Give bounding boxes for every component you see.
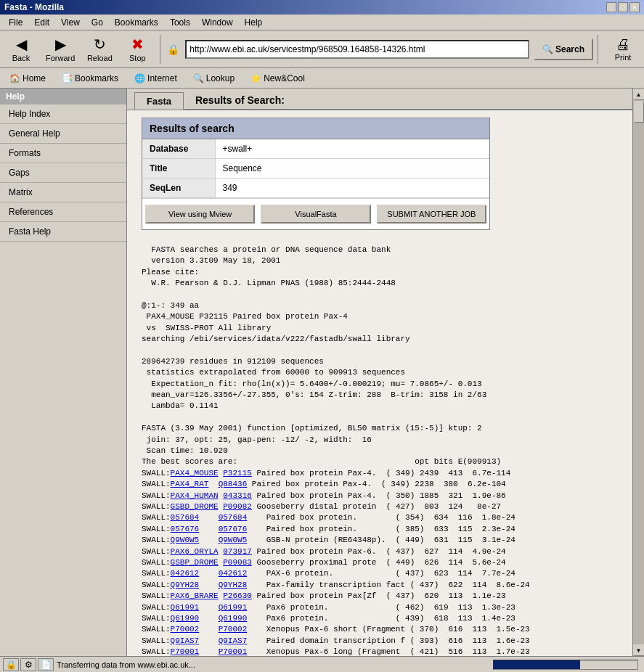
result-link-pax4human-id[interactable]: PAX4_HUMAN [171,491,219,500]
lock-icon: 🔒 [167,44,179,55]
toolbar-separator2 [598,35,600,64]
status-icon-3: 📄 [38,658,54,671]
sidebar-item-formats[interactable]: Formats [0,144,126,163]
result-link-q9ias7b[interactable]: Q9IAS7 [219,636,248,645]
visual-fasta-button[interactable]: VisualFasta [261,205,370,224]
back-button[interactable]: ◀ Back [3,33,39,66]
nav-lookup[interactable]: 🔍 Lookup [187,71,241,86]
result-link-057684a-id[interactable]: 057684 [171,513,200,522]
result-link-p09082[interactable]: P09082 [223,502,252,511]
menu-file[interactable]: File [3,16,28,29]
result-link-p70001a-id[interactable]: P70001 [171,647,200,656]
result-link-q88436[interactable]: Q88436 [219,480,248,488]
result-link-q61990b[interactable]: Q61990 [219,614,248,623]
progress-fill [494,660,580,669]
submit-another-job-button[interactable]: SUBMIT ANOTHER JOB [377,205,486,224]
close-button[interactable]: × [629,2,640,12]
nav-newcool[interactable]: ⭐ New&Cool [244,71,311,86]
result-link-p70002a-id[interactable]: P70002 [171,625,200,634]
result-link-q61990a-id[interactable]: Q61990 [171,614,200,623]
result-link-q9yh28a-id[interactable]: Q9YH28 [171,581,200,589]
minimize-button[interactable]: _ [606,2,616,12]
text-output: FASTA searches a protein or DNA sequence… [127,237,632,656]
nav-bookmarks[interactable]: 📑 Bookmarks [55,71,125,86]
nav-internet[interactable]: 🌐 Internet [128,71,184,86]
result-link-p32115[interactable]: P32115 [223,469,252,478]
back-icon: ◀ [16,36,27,53]
forward-icon: ▶ [55,36,66,53]
results-title: Results of search [142,118,489,139]
address-bar[interactable] [185,40,529,59]
result-link-pax4mouse-id[interactable]: PAX4_MOUSE [171,469,219,478]
maximize-button[interactable]: □ [618,2,628,12]
sidebar-item-gaps[interactable]: Gaps [0,163,126,183]
content-area: Fasta Results of Search: Results of sear… [127,89,632,656]
result-link-p26630[interactable]: P26630 [223,591,252,600]
result-link-057684b[interactable]: 057684 [219,513,248,522]
result-link-p09083[interactable]: P09083 [223,558,252,567]
scroll-down-button[interactable]: ▼ [633,644,645,656]
result-link-057676a-id[interactable]: 057676 [171,525,200,533]
menu-bookmarks[interactable]: Bookmarks [109,16,164,29]
result-link-057676b[interactable]: 057676 [219,525,248,533]
bookmarks-icon: 📑 [62,73,73,83]
result-link-pax6oryla-id[interactable]: PAX6_ORYLA [171,547,219,556]
result-link-043316[interactable]: 043316 [223,491,252,500]
forward-button[interactable]: ▶ Forward [41,33,80,66]
result-link-q9yh28b[interactable]: Q9YH28 [219,581,248,589]
result-link-q61991b[interactable]: Q61991 [219,603,248,612]
scrollbar-vertical[interactable]: ▲ ▼ [632,89,644,656]
result-link-042612b[interactable]: 042612 [219,569,248,578]
sidebar-item-help-index[interactable]: Help Index [0,105,126,124]
sidebar-item-matrix[interactable]: Matrix [0,183,126,202]
home-icon: 🏠 [9,73,20,83]
results-container: Results of search Database +swall+ Title… [127,110,632,237]
result-link-q9w0w5b[interactable]: Q9W0W5 [219,536,248,544]
address-input[interactable] [189,44,525,54]
seqlen-value: 349 [215,179,489,198]
result-link-073917[interactable]: 073917 [223,547,252,556]
menu-go[interactable]: Go [86,16,109,29]
action-buttons: View using Mview VisualFasta SUBMIT ANOT… [142,198,489,229]
nav-home[interactable]: 🏠 Home [3,71,52,86]
results-box: Results of search Database +swall+ Title… [142,118,490,230]
stop-button[interactable]: ✖ Stop [119,33,155,66]
title-value: Sequence [215,159,489,179]
result-link-pax4rat-id[interactable]: PAX4_RAT [171,480,209,488]
menu-edit[interactable]: Edit [28,16,55,29]
result-link-q61991a-id[interactable]: Q61991 [171,603,200,612]
result-link-gsbp-id[interactable]: GSBP_DROME [171,558,219,567]
lookup-icon: 🔍 [193,73,204,83]
menu-help[interactable]: Help [239,16,269,29]
newcool-icon: ⭐ [250,73,261,83]
fasta-tab[interactable]: Fasta [134,92,184,110]
result-link-pax6brare-id[interactable]: PAX6_BRARE [171,591,219,600]
menu-view[interactable]: View [55,16,86,29]
result-link-p70002b[interactable]: P70002 [219,625,248,634]
menu-tools[interactable]: Tools [164,16,196,29]
result-link-gsbd-id[interactable]: GSBD_DROME [171,502,219,511]
stop-icon: ✖ [131,36,144,53]
reload-icon: ↻ [94,36,106,53]
reload-button[interactable]: ↻ Reload [81,33,118,66]
toolbar-separator [160,35,163,64]
result-link-q9w0w5a-id[interactable]: Q9W0W5 [171,536,200,544]
status-text: Transferring data from www.ebi.ac.uk... [54,660,493,669]
scroll-up-button[interactable]: ▲ [633,89,645,100]
print-button[interactable]: 🖨 Print [605,33,641,66]
scroll-thumb[interactable] [634,101,644,123]
sidebar-item-references[interactable]: References [0,202,126,222]
sidebar-item-fasta-help[interactable]: Fasta Help [0,222,126,242]
sidebar-item-general-help[interactable]: General Help [0,124,126,144]
sidebar-tab: Help [0,89,126,105]
view-mview-button[interactable]: View using Mview [145,205,255,224]
menu-window[interactable]: Window [196,16,239,29]
result-link-042612a-id[interactable]: 042612 [171,569,200,578]
scroll-track[interactable] [633,100,645,644]
result-link-p70001b[interactable]: P70001 [219,647,248,656]
title-bar: Fasta - Mozilla _ □ × [0,0,644,15]
window-controls[interactable]: _ □ × [606,2,640,12]
sidebar: Help Help Index General Help Formats Gap… [0,89,127,656]
result-link-q9ias7a-id[interactable]: Q9IAS7 [171,636,200,645]
search-button[interactable]: 🔍 Search [534,38,593,60]
